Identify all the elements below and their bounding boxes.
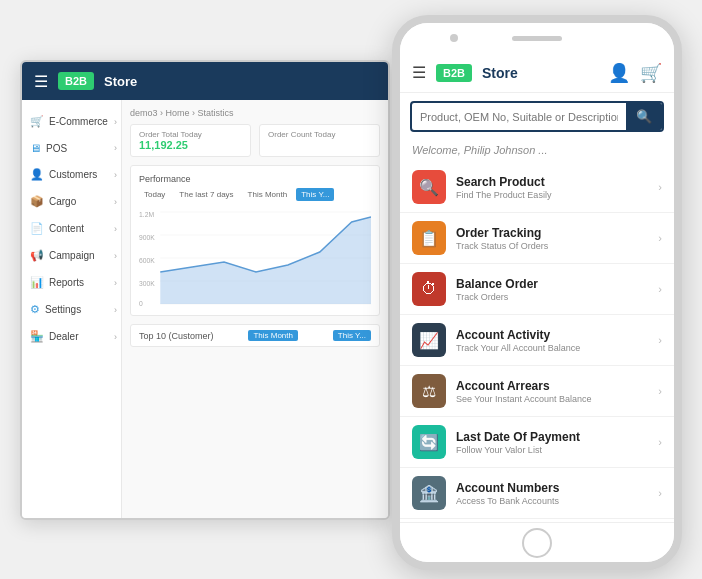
phone-brand-name: Store <box>482 65 518 81</box>
chevron-right-icon: › <box>658 436 662 448</box>
mobile-mock: ☰ B2B Store 👤 🛒 🔍 Welcome, Philip Johnso… <box>392 15 682 570</box>
bottom-badge-year[interactable]: This Y... <box>333 330 371 341</box>
sidebar-item-customers[interactable]: 👤 Customers › <box>22 161 121 188</box>
chart-tabs: Today The last 7 days This Month This Y.… <box>139 188 371 201</box>
search-product-icon: 🔍 <box>412 170 446 204</box>
menu-item-balance-order[interactable]: ⏱ Balance Order Track Orders › <box>400 264 674 315</box>
home-button[interactable] <box>522 528 552 558</box>
phone-hamburger-icon[interactable]: ☰ <box>412 63 426 82</box>
sidebar-item-reports[interactable]: 📊 Reports › <box>22 269 121 296</box>
sidebar-label-pos: POS <box>46 143 67 154</box>
desktop-content: demo3 › Home › Statistics Order Total To… <box>122 100 388 518</box>
sidebar-item-campaign[interactable]: 📢 Campaign › <box>22 242 121 269</box>
sidebar-item-ecommerce[interactable]: 🛒 E-Commerce › <box>22 108 121 135</box>
menu-item-news[interactable]: 📰 News Follow The News › <box>400 519 674 522</box>
pos-icon: 🖥 <box>30 142 41 154</box>
menu-item-order-tracking[interactable]: 📋 Order Tracking Track Status Of Orders … <box>400 213 674 264</box>
arrow-icon: › <box>114 278 117 288</box>
menu-text-last-date-payment: Last Date Of Payment Follow Your Valor L… <box>456 430 658 455</box>
stat-label-count: Order Count Today <box>268 130 371 139</box>
desktop-sidebar: 🛒 E-Commerce › 🖥 POS › 👤 Customers › 📦 C… <box>22 100 122 518</box>
phone-menu: 🔍 Search Product Find The Product Easily… <box>400 160 674 522</box>
cart-icon[interactable]: 🛒 <box>640 62 662 84</box>
stat-label-total: Order Total Today <box>139 130 242 139</box>
content-icon: 📄 <box>30 222 44 235</box>
balance-order-icon: ⏱ <box>412 272 446 306</box>
arrow-icon: › <box>114 251 117 261</box>
sidebar-item-pos[interactable]: 🖥 POS › <box>22 135 121 161</box>
menu-title-account-arrears: Account Arrears <box>456 379 658 393</box>
chart-tab-today[interactable]: Today <box>139 188 170 201</box>
sidebar-item-dealer[interactable]: 🏪 Dealer › <box>22 323 121 350</box>
menu-sub-account-numbers: Access To Bank Accounts <box>456 496 658 506</box>
order-tracking-icon: 📋 <box>412 221 446 255</box>
menu-text-balance-order: Balance Order Track Orders <box>456 277 658 302</box>
reports-icon: 📊 <box>30 276 44 289</box>
phone-navbar: ☰ B2B Store 👤 🛒 <box>400 53 674 93</box>
sidebar-label-settings: Settings <box>45 304 81 315</box>
desktop-topbar: ☰ B2B Store <box>22 62 388 100</box>
arrow-icon: › <box>114 170 117 180</box>
phone-speaker <box>512 36 562 41</box>
menu-title-account-activity: Account Activity <box>456 328 658 342</box>
search-input[interactable] <box>412 106 626 128</box>
sidebar-item-cargo[interactable]: 📦 Cargo › <box>22 188 121 215</box>
menu-item-account-arrears[interactable]: ⚖ Account Arrears See Your Instant Accou… <box>400 366 674 417</box>
phone-search-inner: 🔍 <box>410 101 664 132</box>
chart-tab-7days[interactable]: The last 7 days <box>174 188 238 201</box>
arrow-icon: › <box>114 143 117 153</box>
bottom-section: Top 10 (Customer) This Month This Y... <box>130 324 380 347</box>
sidebar-label-cargo: Cargo <box>49 196 76 207</box>
bottom-badge-month[interactable]: This Month <box>248 330 298 341</box>
chevron-right-icon: › <box>658 283 662 295</box>
desktop-mock: ☰ B2B Store 🛒 E-Commerce › 🖥 POS › 👤 <box>20 60 390 520</box>
menu-text-search-product: Search Product Find The Product Easily <box>456 175 658 200</box>
account-arrears-icon: ⚖ <box>412 374 446 408</box>
chevron-right-icon: › <box>658 232 662 244</box>
phone-camera <box>450 34 458 42</box>
menu-item-last-date-payment[interactable]: 🔄 Last Date Of Payment Follow Your Valor… <box>400 417 674 468</box>
menu-title-order-tracking: Order Tracking <box>456 226 658 240</box>
arrow-icon: › <box>114 197 117 207</box>
svg-text:600K: 600K <box>139 257 155 264</box>
menu-title-last-date-payment: Last Date Of Payment <box>456 430 658 444</box>
account-activity-icon: 📈 <box>412 323 446 357</box>
menu-sub-account-arrears: See Your Instant Account Balance <box>456 394 658 404</box>
sidebar-item-settings[interactable]: ⚙ Settings › <box>22 296 121 323</box>
chevron-right-icon: › <box>658 487 662 499</box>
chart-section: Performance Today The last 7 days This M… <box>130 165 380 316</box>
scene: ☰ B2B Store 🛒 E-Commerce › 🖥 POS › 👤 <box>0 0 702 579</box>
chevron-right-icon: › <box>658 334 662 346</box>
sidebar-item-content[interactable]: 📄 Content › <box>22 215 121 242</box>
phone-bottom <box>400 522 674 562</box>
hamburger-icon[interactable]: ☰ <box>34 72 48 91</box>
stats-row: Order Total Today 11,192.25 Order Count … <box>130 124 380 157</box>
stat-box-count: Order Count Today <box>259 124 380 157</box>
chart-title: Performance <box>139 174 371 184</box>
user-icon[interactable]: 👤 <box>608 62 630 84</box>
sidebar-label-reports: Reports <box>49 277 84 288</box>
stat-value-total: 11,192.25 <box>139 139 242 151</box>
menu-item-account-activity[interactable]: 📈 Account Activity Track Your All Accoun… <box>400 315 674 366</box>
desktop-brand-badge: B2B <box>58 72 94 90</box>
menu-item-search-product[interactable]: 🔍 Search Product Find The Product Easily… <box>400 162 674 213</box>
search-button[interactable]: 🔍 <box>626 103 662 130</box>
svg-text:1.2M: 1.2M <box>139 211 154 218</box>
menu-text-account-activity: Account Activity Track Your All Account … <box>456 328 658 353</box>
menu-sub-search-product: Find The Product Easily <box>456 190 658 200</box>
sidebar-label-campaign: Campaign <box>49 250 95 261</box>
account-numbers-icon: 🏦 <box>412 476 446 510</box>
chevron-right-icon: › <box>658 385 662 397</box>
chart-tab-month[interactable]: This Month <box>243 188 293 201</box>
sidebar-label-dealer: Dealer <box>49 331 78 342</box>
chart-tab-year[interactable]: This Y... <box>296 188 334 201</box>
menu-item-account-numbers[interactable]: 🏦 Account Numbers Access To Bank Account… <box>400 468 674 519</box>
stat-box-total: Order Total Today 11,192.25 <box>130 124 251 157</box>
campaign-icon: 📢 <box>30 249 44 262</box>
menu-title-balance-order: Balance Order <box>456 277 658 291</box>
cargo-icon: 📦 <box>30 195 44 208</box>
menu-sub-order-tracking: Track Status Of Orders <box>456 241 658 251</box>
phone-nav-icons: 👤 🛒 <box>608 62 662 84</box>
phone-top-bar <box>400 23 674 53</box>
phone-search-area: 🔍 <box>400 93 674 140</box>
